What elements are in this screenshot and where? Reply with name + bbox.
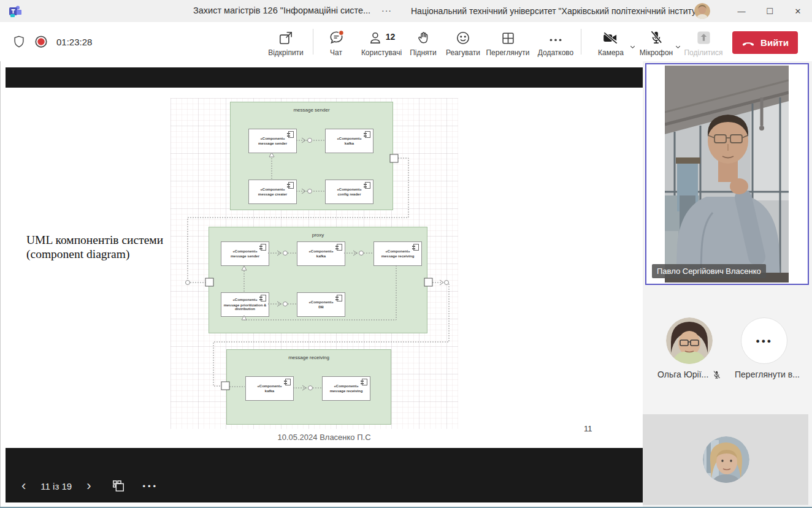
- unpin-button[interactable]: Відкріпити: [258, 28, 314, 57]
- participant-muted-icon: [711, 370, 722, 380]
- share-icon: [675, 28, 732, 46]
- maximize-button[interactable]: ☐: [756, 0, 784, 22]
- slide-page-indicator: 11 із 19: [29, 481, 83, 491]
- speaker-name-tag: Павло Сергійович Власенко: [652, 264, 766, 278]
- window-title-bar: Захист магістрів 126 "Інформаційні систе…: [0, 0, 812, 22]
- close-button[interactable]: ✕: [784, 0, 812, 22]
- slide-page-number: 11: [584, 424, 592, 433]
- shield-icon: [12, 34, 26, 49]
- meeting-title: Захист магістрів 126 "Інформаційні систе…: [193, 6, 370, 15]
- uml-connectors: [6, 88, 643, 448]
- popout-icon: [258, 28, 314, 46]
- overflow-label: Переглянути в...: [735, 370, 800, 379]
- slide-thumbnails-icon[interactable]: [112, 479, 125, 493]
- user-avatar[interactable]: [694, 3, 710, 19]
- participant-name-label: Ольга Юрії...: [657, 370, 708, 379]
- speaker-video-feed: [665, 66, 789, 282]
- more-button[interactable]: Додатково: [527, 28, 584, 57]
- secondary-avatar: [703, 436, 749, 483]
- presentation-control-bar: ‹ 11 із 19 › •••: [6, 448, 643, 502]
- teams-meeting-window: { "window": { "meeting_title": "Захист м…: [0, 0, 812, 508]
- participant-avatar[interactable]: [666, 317, 713, 364]
- meeting-toolbar: 01:23:28 Відкріпити Чат 12 Користувачі П…: [0, 22, 812, 61]
- teams-app-icon: [9, 4, 22, 18]
- hangup-icon: [741, 40, 755, 46]
- recording-indicator-icon: [34, 35, 48, 48]
- stage-letterbox-top: [6, 67, 643, 88]
- leave-label: Вийти: [760, 37, 789, 48]
- participants-sidebar: Павло Сергійович Власенко ●●● Ольга Юрії…: [643, 61, 812, 508]
- prev-slide-button[interactable]: ‹: [18, 480, 29, 492]
- window-controls: — ☐ ✕: [727, 0, 812, 22]
- meeting-timer: 01:23:28: [56, 37, 92, 47]
- presentation-more-icon[interactable]: •••: [142, 482, 158, 491]
- leave-button[interactable]: Вийти: [732, 31, 798, 54]
- main-speaker-video[interactable]: Павло Сергійович Власенко: [645, 63, 809, 285]
- ellipsis-icon: ●●●: [756, 337, 772, 344]
- presentation-stage: UML компонентів системи (component diagr…: [0, 61, 643, 508]
- minimize-button[interactable]: —: [727, 0, 756, 22]
- title-overflow-icon[interactable]: ···: [381, 6, 392, 15]
- slide-footer-note: 10.05.2024 Власенко П.С: [6, 433, 643, 442]
- meeting-main-area: UML компонентів системи (component diagr…: [0, 61, 812, 508]
- more-dots-icon: [527, 28, 584, 46]
- participants-count: 12: [386, 32, 396, 42]
- presentation-slide: UML компонентів системи (component diagr…: [6, 88, 643, 448]
- org-name: Національний технічний університет "Харк…: [411, 6, 703, 16]
- overflow-participants-button[interactable]: ●●●: [741, 317, 787, 364]
- share-button: Поділитися: [675, 28, 732, 57]
- secondary-video-tile[interactable]: [643, 414, 808, 505]
- next-slide-button[interactable]: ›: [83, 480, 94, 492]
